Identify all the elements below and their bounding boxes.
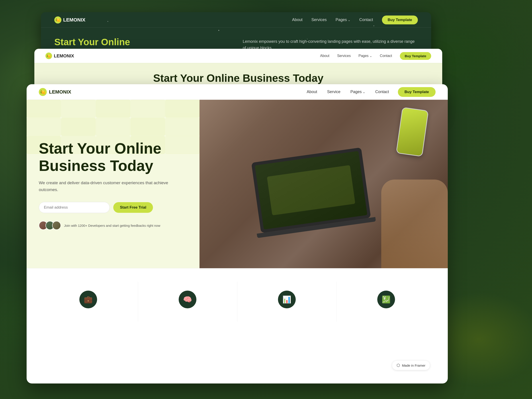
- feature-icon-analytics: 📊: [278, 291, 296, 308]
- avatar: [52, 221, 61, 230]
- pages-chevron-main: [363, 89, 365, 94]
- hero-subtitle: We create and deliver data-driven custom…: [39, 180, 187, 193]
- laptop-scene: [200, 100, 448, 268]
- card-main-nav-links: About Service Pages Contact: [307, 89, 389, 94]
- grid-cell: [165, 118, 200, 136]
- hero-left: Start Your OnlineBusiness Today We creat…: [27, 100, 200, 268]
- lemon-icon: 🍋: [54, 16, 61, 24]
- card-main-logo: 🍋 LEMONIX: [39, 88, 71, 96]
- buy-template-button-dark[interactable]: Buy Template: [382, 16, 418, 24]
- card-light-navbar: 🍋 LEMONIX About Services Pages Contact B…: [34, 49, 442, 63]
- nav-service-main[interactable]: Service: [327, 89, 341, 94]
- nav-contact-dark[interactable]: Contact: [359, 18, 373, 22]
- nav-services-light[interactable]: Services: [337, 54, 351, 58]
- screen-ui: [267, 165, 355, 215]
- social-proof: Join with 1200+ Developers and start get…: [39, 221, 187, 230]
- framer-icon: ⬡: [397, 363, 400, 368]
- feature-icon-growth: 💹: [377, 291, 395, 308]
- star-decoration: [108, 21, 108, 22]
- hero-title: Start Your OnlineBusiness Today: [39, 140, 187, 174]
- grid-cell: [131, 100, 165, 117]
- start-free-trial-button[interactable]: Start Free Trial: [113, 202, 153, 213]
- card-light-nav-links: About Services Pages Contact: [320, 54, 392, 58]
- grid-cell: [96, 118, 130, 136]
- card-dark-navbar: 🍋 LEMONIX About Services Pages Contact B…: [41, 12, 431, 28]
- feature-icon-strategy: 🧠: [179, 291, 196, 308]
- framer-badge-text: Made in Framer: [402, 364, 425, 367]
- avatar-group: [39, 221, 61, 230]
- feature-growth: 💹: [336, 282, 436, 322]
- nav-contact-main[interactable]: Contact: [375, 89, 389, 94]
- email-input[interactable]: [39, 202, 110, 213]
- nav-about-light[interactable]: About: [320, 54, 329, 58]
- feature-strategy: 🧠: [138, 282, 237, 322]
- grid-cell: [61, 118, 95, 136]
- hero-section: Start Your OnlineBusiness Today We creat…: [27, 100, 448, 268]
- social-proof-text: Join with 1200+ Developers and start get…: [64, 223, 160, 228]
- feature-business: 💼: [39, 282, 138, 322]
- laptop-screen-content: [255, 151, 367, 230]
- grid-cell: [61, 100, 95, 117]
- lemon-icon-main: 🍋: [39, 88, 47, 96]
- laptop-wrapper: [251, 147, 372, 237]
- card-dark-logo-text: LEMONIX: [63, 17, 85, 23]
- hero-cta: Start Free Trial: [39, 202, 187, 213]
- card-light-title: Start Your Online Business Today: [153, 72, 323, 84]
- nav-services-dark[interactable]: Services: [311, 18, 327, 22]
- laptop-screen: [255, 151, 367, 230]
- hero-image: [200, 100, 448, 268]
- person-silhouette: [381, 180, 448, 268]
- nav-pages-dark[interactable]: Pages: [336, 18, 350, 22]
- card-light-logo: 🍋 LEMONIX: [45, 52, 74, 59]
- grid-cell: [131, 118, 165, 136]
- feature-analytics: 📊: [237, 282, 337, 322]
- phone-screen: [397, 108, 428, 156]
- buy-template-button-light[interactable]: Buy Template: [400, 52, 431, 60]
- card-main-navbar: 🍋 LEMONIX About Service Pages Contact Bu…: [27, 84, 448, 100]
- card-light-logo-text: LEMONIX: [54, 53, 74, 58]
- grid-cell: [96, 100, 130, 117]
- pages-chevron-dark: [348, 18, 350, 22]
- star-decoration: [218, 30, 219, 31]
- star-decoration: [374, 25, 374, 26]
- nav-contact-light[interactable]: Contact: [380, 54, 392, 58]
- lemon-icon-light: 🍋: [45, 52, 52, 59]
- nav-pages-main[interactable]: Pages: [350, 89, 365, 94]
- nav-pages-light[interactable]: Pages: [358, 54, 372, 58]
- grid-cell: [165, 100, 200, 117]
- nav-about-main[interactable]: About: [307, 89, 317, 94]
- features-section: 💼 🧠 📊 💹: [27, 268, 448, 335]
- grid-cell: [27, 100, 61, 117]
- hero-right: [200, 100, 448, 268]
- pages-chevron-light: [369, 54, 372, 58]
- card-main-logo-text: LEMONIX: [49, 89, 71, 95]
- feature-icon-business: 💼: [79, 291, 97, 308]
- card-dark-logo: 🍋 LEMONIX: [54, 16, 85, 24]
- card-dark-nav-links: About Services Pages Contact: [292, 18, 373, 22]
- buy-template-button-main[interactable]: Buy Template: [398, 87, 436, 97]
- grid-cell: [27, 118, 61, 136]
- card-main-template: 🍋 LEMONIX About Service Pages Contact Bu…: [27, 84, 448, 383]
- nav-about-dark[interactable]: About: [292, 18, 303, 22]
- star-decoration: [307, 39, 307, 39]
- framer-badge: ⬡ Made in Framer: [392, 361, 430, 370]
